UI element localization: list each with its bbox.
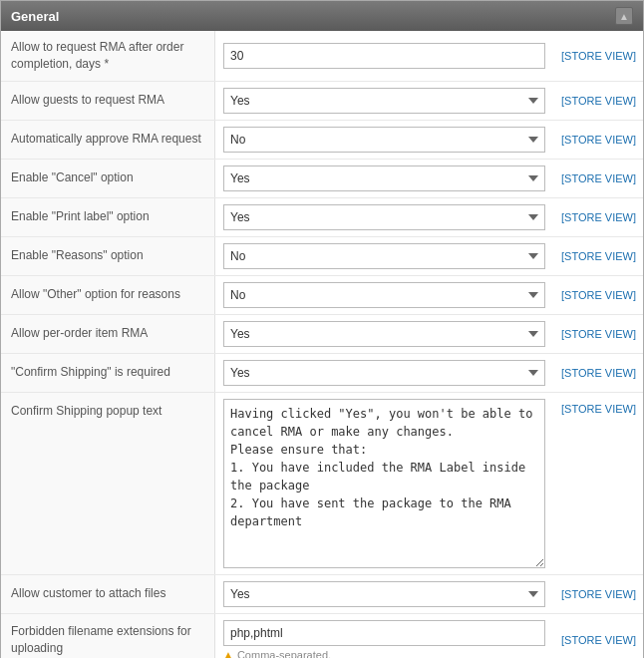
store-view-enable-reasons[interactable]: [STORE VIEW] xyxy=(553,244,643,268)
hint-text-label: Comma-separated. xyxy=(237,649,331,658)
select-wrapper-enable-print-label: YesNo xyxy=(223,204,545,230)
label-confirm-shipping-required: "Confirm Shipping" is required xyxy=(1,354,215,392)
label-confirm-shipping-popup: Confirm Shipping popup text xyxy=(1,393,215,574)
textarea-confirm-shipping-popup[interactable] xyxy=(223,399,545,568)
control-wrap-enable-print-label: YesNo xyxy=(215,198,553,236)
input-forbidden-extensions[interactable] xyxy=(223,620,545,646)
label-auto-approve: Automatically approve RMA request xyxy=(1,121,215,159)
panel-title: General xyxy=(11,9,59,24)
control-wrap-per-order-item: YesNo xyxy=(215,315,553,353)
form-row-enable-print-label: Enable "Print label" optionYesNo[STORE V… xyxy=(1,198,643,237)
select-wrapper-per-order-item: YesNo xyxy=(223,321,545,347)
store-view-allow-other-reasons[interactable]: [STORE VIEW] xyxy=(553,283,643,307)
form-row-auto-approve: Automatically approve RMA requestYesNo[S… xyxy=(1,121,643,160)
form-row-enable-reasons: Enable "Reasons" optionYesNo[STORE VIEW] xyxy=(1,237,643,276)
form-row-enable-cancel: Enable "Cancel" optionYesNo[STORE VIEW] xyxy=(1,160,643,198)
store-view-enable-print-label[interactable]: [STORE VIEW] xyxy=(553,205,643,229)
select-wrapper-attach-files: YesNo xyxy=(223,581,545,607)
store-view-allow-guests[interactable]: [STORE VIEW] xyxy=(553,89,643,113)
select-wrapper-enable-cancel: YesNo xyxy=(223,165,545,191)
store-view-forbidden-extensions[interactable]: [STORE VIEW] xyxy=(553,628,643,652)
select-wrapper-confirm-shipping-required: YesNo xyxy=(223,360,545,386)
store-view-rma-days[interactable]: [STORE VIEW] xyxy=(553,44,643,68)
general-panel: General ▲ Allow to request RMA after ord… xyxy=(0,0,644,658)
control-wrap-attach-files: YesNo xyxy=(215,575,553,613)
store-view-confirm-shipping-popup[interactable]: [STORE VIEW] xyxy=(553,393,643,421)
select-per-order-item[interactable]: YesNo xyxy=(223,321,545,347)
label-allow-other-reasons: Allow "Other" option for reasons xyxy=(1,276,215,314)
select-enable-cancel[interactable]: YesNo xyxy=(223,165,545,191)
panel-body: Allow to request RMA after order complet… xyxy=(1,31,643,658)
control-wrap-enable-reasons: YesNo xyxy=(215,237,553,275)
control-wrap-enable-cancel: YesNo xyxy=(215,160,553,197)
control-wrap-auto-approve: YesNo xyxy=(215,121,553,159)
select-allow-guests[interactable]: YesNo xyxy=(223,88,545,114)
control-wrap-confirm-shipping-popup xyxy=(215,393,553,574)
form-row-per-order-item: Allow per-order item RMAYesNo[STORE VIEW… xyxy=(1,315,643,354)
store-view-confirm-shipping-required[interactable]: [STORE VIEW] xyxy=(553,361,643,385)
select-enable-print-label[interactable]: YesNo xyxy=(223,204,545,230)
store-view-attach-files[interactable]: [STORE VIEW] xyxy=(553,582,643,606)
label-rma-days: Allow to request RMA after order complet… xyxy=(1,31,215,81)
select-auto-approve[interactable]: YesNo xyxy=(223,127,545,153)
select-wrapper-allow-other-reasons: YesNo xyxy=(223,282,545,308)
control-wrap-forbidden-extensions: ▲Comma-separated. xyxy=(215,614,553,658)
hint-icon: ▲ xyxy=(223,649,233,658)
label-enable-reasons: Enable "Reasons" option xyxy=(1,237,215,275)
select-wrapper-auto-approve: YesNo xyxy=(223,127,545,153)
label-enable-print-label: Enable "Print label" option xyxy=(1,198,215,236)
control-wrap-allow-other-reasons: YesNo xyxy=(215,276,553,314)
form-row-allow-other-reasons: Allow "Other" option for reasonsYesNo[ST… xyxy=(1,276,643,315)
control-wrap-rma-days xyxy=(215,37,553,75)
label-per-order-item: Allow per-order item RMA xyxy=(1,315,215,353)
store-view-auto-approve[interactable]: [STORE VIEW] xyxy=(553,128,643,152)
control-wrap-confirm-shipping-required: YesNo xyxy=(215,354,553,392)
select-enable-reasons[interactable]: YesNo xyxy=(223,243,545,269)
select-wrapper-allow-guests: YesNo xyxy=(223,88,545,114)
select-attach-files[interactable]: YesNo xyxy=(223,581,545,607)
select-wrapper-enable-reasons: YesNo xyxy=(223,243,545,269)
form-row-forbidden-extensions: Forbidden filename extensions for upload… xyxy=(1,614,643,658)
panel-header: General ▲ xyxy=(1,1,643,31)
select-confirm-shipping-required[interactable]: YesNo xyxy=(223,360,545,386)
collapse-button[interactable]: ▲ xyxy=(615,7,633,25)
form-row-rma-days: Allow to request RMA after order complet… xyxy=(1,31,643,82)
select-allow-other-reasons[interactable]: YesNo xyxy=(223,282,545,308)
form-row-attach-files: Allow customer to attach filesYesNo[STOR… xyxy=(1,575,643,614)
store-view-enable-cancel[interactable]: [STORE VIEW] xyxy=(553,166,643,190)
label-allow-guests: Allow guests to request RMA xyxy=(1,82,215,120)
input-rma-days[interactable] xyxy=(223,43,545,69)
store-view-per-order-item[interactable]: [STORE VIEW] xyxy=(553,322,643,346)
label-attach-files: Allow customer to attach files xyxy=(1,575,215,613)
label-enable-cancel: Enable "Cancel" option xyxy=(1,160,215,197)
form-row-confirm-shipping-required: "Confirm Shipping" is requiredYesNo[STOR… xyxy=(1,354,643,393)
form-row-confirm-shipping-popup: Confirm Shipping popup text[STORE VIEW] xyxy=(1,393,643,575)
control-wrap-allow-guests: YesNo xyxy=(215,82,553,120)
label-forbidden-extensions: Forbidden filename extensions for upload… xyxy=(1,614,215,658)
form-row-allow-guests: Allow guests to request RMAYesNo[STORE V… xyxy=(1,82,643,121)
hint-forbidden-extensions: ▲Comma-separated. xyxy=(223,649,545,658)
